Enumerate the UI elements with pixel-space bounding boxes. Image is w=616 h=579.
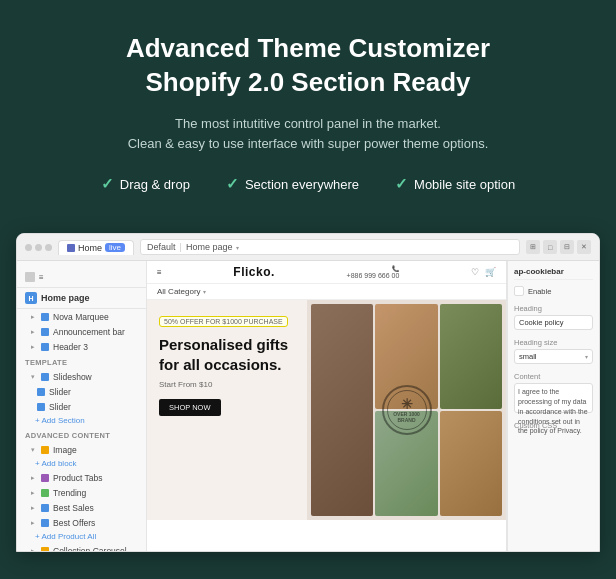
item-icon-cc (41, 547, 49, 552)
toggle-checkbox[interactable] (514, 286, 524, 296)
add-product-all-btn[interactable]: + Add Product All (17, 530, 146, 543)
sidebar-item-trending[interactable]: ▸ Trending (17, 485, 146, 500)
feature-section-everywhere: ✓ Section everywhere (226, 175, 359, 193)
cart-icon: 🛒 (485, 267, 496, 277)
check-icon-1: ✓ (101, 175, 114, 193)
sidebar-item[interactable]: ▸ Announcement bar (17, 324, 146, 339)
dropdown-icon: ▾ (203, 289, 206, 295)
expand-icon-7: ▸ (31, 489, 35, 497)
feature-drag-drop: ✓ Drag & drop (101, 175, 190, 193)
hero-banner: 50% OFFER FOR $1000 PURCHASE Personalise… (147, 300, 506, 520)
store-preview: ≡ Flicko. 📞 +886 999 666 00 ♡ 🛒 All Cate… (147, 261, 507, 551)
left-panel-header: ≡ (17, 267, 146, 288)
stamp-inner: ✳ OVER 1000BRAND (387, 390, 427, 430)
browser-action-2[interactable]: □ (543, 240, 557, 254)
expand-icon-10: ▸ (31, 547, 35, 552)
dot-3 (45, 244, 52, 251)
sidebar-section-title-advanced: Advanced content (17, 427, 146, 442)
browser-url-bar[interactable]: Default | Home page ▾ (140, 239, 520, 255)
item-icon-4 (41, 373, 49, 381)
content-label: Content (514, 372, 593, 381)
expand-icon: ▸ (31, 313, 35, 321)
star-icon: ✳ (401, 397, 413, 411)
category-bar: All Category ▾ (147, 284, 506, 300)
store-nav-left: ≡ (157, 268, 162, 277)
add-section-btn[interactable]: + Add Section (17, 414, 146, 427)
sidebar-item[interactable]: ▾ Slideshow (17, 369, 146, 384)
dot-2 (35, 244, 42, 251)
browser-action-4[interactable]: ✕ (577, 240, 591, 254)
hero-text-area: 50% OFFER FOR $1000 PURCHASE Personalise… (147, 300, 307, 520)
item-icon-3 (41, 343, 49, 351)
heading-size-select[interactable]: small ▾ (514, 349, 593, 364)
toggle-label: Enable (528, 287, 551, 296)
sidebar-item[interactable]: Slider (23, 399, 146, 414)
tab-favicon (67, 244, 75, 252)
browser-action-1[interactable]: ⊞ (526, 240, 540, 254)
sidebar-item-product-tabs[interactable]: ▸ Product Tabs (17, 470, 146, 485)
photo-cell-1 (311, 304, 373, 516)
select-chevron-icon: ▾ (585, 353, 588, 360)
item-icon-tr (41, 489, 49, 497)
expand-icon-8: ▸ (31, 504, 35, 512)
right-sidebar: ap-cookiebar Enable Heading Cookie polic… (507, 261, 599, 551)
item-icon-6 (37, 403, 45, 411)
store-topbar: ≡ Flicko. 📞 +886 999 666 00 ♡ 🛒 (147, 261, 506, 284)
chevron-down-icon: ▾ (236, 244, 239, 251)
item-icon-bs (41, 504, 49, 512)
main-title: Advanced Theme Customizer Shopify 2.0 Se… (40, 32, 576, 100)
app-content: ≡ H Home page ▸ Nova Marquee ▸ Announcem… (17, 261, 599, 551)
sidebar-item[interactable]: ▸ Nova Marquee (17, 309, 146, 324)
expand-icon-4: ▾ (31, 373, 35, 381)
customizer-section-enable: Enable (514, 286, 593, 296)
stamp-overlay: ✳ OVER 1000BRAND (382, 385, 432, 435)
page-icon: H (25, 292, 37, 304)
content-textarea[interactable]: I agree to the processing of my data in … (514, 383, 593, 413)
heading-input[interactable]: Cookie policy (514, 315, 593, 330)
shop-now-button[interactable]: SHOP NOW (159, 399, 221, 416)
item-icon-img (41, 446, 49, 454)
hero-section: Advanced Theme Customizer Shopify 2.0 Se… (0, 0, 616, 233)
hero-subtext: Start From $10 (159, 380, 295, 389)
item-icon-bo (41, 519, 49, 527)
browser-action-buttons: ⊞ □ ⊟ ✕ (526, 240, 591, 254)
tab-badge: live (105, 243, 125, 252)
sidebar-item[interactable]: Slider (23, 384, 146, 399)
url-default: Default (147, 242, 176, 252)
sidebar-item-collection-carousel[interactable]: ▸ Collection Carousel (17, 543, 146, 551)
feature-mobile-option: ✓ Mobile site option (395, 175, 515, 193)
add-block-btn[interactable]: + Add block (17, 457, 146, 470)
customizer-section-heading-size: Heading size small ▾ (514, 338, 593, 364)
customizer-section-content: Content I agree to the processing of my … (514, 372, 593, 413)
heading-size-label: Heading size (514, 338, 593, 347)
url-home: Home page (186, 242, 233, 252)
browser-tab[interactable]: Home live (58, 240, 134, 255)
photo-cell-3 (440, 304, 502, 409)
sidebar-item-image[interactable]: ▾ Image (17, 442, 146, 457)
left-sidebar: ≡ H Home page ▸ Nova Marquee ▸ Announcem… (17, 261, 147, 551)
heading-label: Heading (514, 304, 593, 313)
sidebar-item-best-sales[interactable]: ▸ Best Sales (17, 500, 146, 515)
browser-dots (25, 244, 52, 251)
screenshot-wrapper: Home live Default | Home page ▾ ⊞ □ ⊟ ✕ … (16, 233, 600, 552)
hero-image-area: ✳ OVER 1000BRAND (307, 300, 506, 520)
hero-heading: Personalised gifts for all occasions. (159, 335, 295, 374)
hamburger-icon: ≡ (39, 273, 44, 282)
customizer-section-heading: Heading Cookie policy (514, 304, 593, 330)
sidebar-section-title: Template (17, 354, 146, 369)
store-phone: 📞 +886 999 666 00 (347, 265, 400, 279)
photo-cell-5 (440, 411, 502, 516)
sidebar-item[interactable]: ▸ Header 3 (17, 339, 146, 354)
check-icon-3: ✓ (395, 175, 408, 193)
browser-chrome: Home live Default | Home page ▾ ⊞ □ ⊟ ✕ (17, 234, 599, 261)
item-icon-5 (37, 388, 45, 396)
enable-toggle[interactable]: Enable (514, 286, 593, 296)
browser-action-3[interactable]: ⊟ (560, 240, 574, 254)
expand-icon-2: ▸ (31, 328, 35, 336)
check-icon-2: ✓ (226, 175, 239, 193)
user-icon: ♡ (471, 267, 479, 277)
sidebar-item-best-offers[interactable]: ▸ Best Offers (17, 515, 146, 530)
item-icon-2 (41, 328, 49, 336)
grid-icon (25, 272, 35, 282)
features-row: ✓ Drag & drop ✓ Section everywhere ✓ Mob… (40, 175, 576, 193)
